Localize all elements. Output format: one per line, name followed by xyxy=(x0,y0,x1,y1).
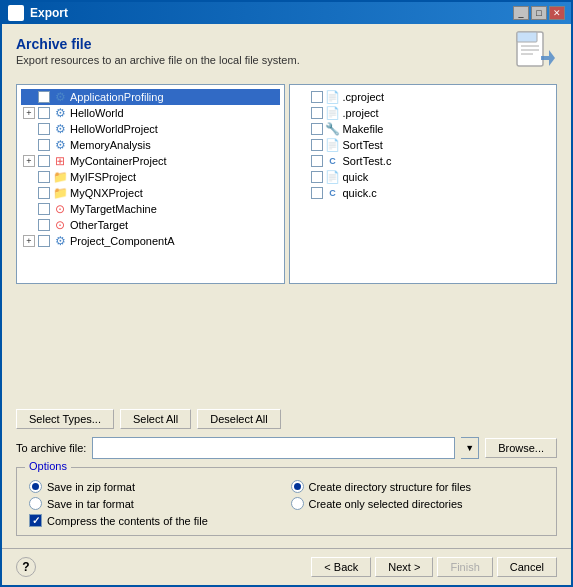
checkbox-my-qnx[interactable] xyxy=(38,187,50,199)
project-icon: ⚙ xyxy=(53,234,67,248)
checkbox-hello-world-project[interactable] xyxy=(38,123,50,135)
tree-item-quickc[interactable]: C quick.c xyxy=(294,185,553,201)
checkbox-cproject[interactable] xyxy=(311,91,323,103)
file-icon: 📄 xyxy=(326,106,340,120)
tree-item-quick[interactable]: 📄 quick xyxy=(294,169,553,185)
expand-icon[interactable]: + xyxy=(23,235,35,247)
export-icon xyxy=(509,28,557,76)
options-section: Options Save in zip format Create direct… xyxy=(16,467,557,536)
option-compress-label: Compress the contents of the file xyxy=(47,515,208,527)
tree-item-my-target[interactable]: ⊙ MyTargetMachine xyxy=(21,201,280,217)
folder-icon: 📁 xyxy=(53,170,67,184)
archive-row: To archive file: ▼ Browse... xyxy=(16,437,557,459)
checkbox-makefile[interactable] xyxy=(311,123,323,135)
cancel-button[interactable]: Cancel xyxy=(497,557,557,577)
radio-create-dir[interactable] xyxy=(291,480,304,493)
archive-input[interactable] xyxy=(92,437,455,459)
finish-button[interactable]: Finish xyxy=(437,557,492,577)
archive-label: To archive file: xyxy=(16,442,86,454)
window-icon: ⬡ xyxy=(8,5,24,21)
radio-tar[interactable] xyxy=(29,497,42,510)
checkbox-compress[interactable] xyxy=(29,514,42,527)
tree-item-project-component[interactable]: + ⚙ Project_ComponentA xyxy=(21,233,280,249)
project-icon: ⚙ xyxy=(53,90,67,104)
tree-item-my-ifs[interactable]: 📁 MyIFSProject xyxy=(21,169,280,185)
header-section: Archive file Export resources to an arch… xyxy=(16,36,557,76)
checkbox-my-ifs[interactable] xyxy=(38,171,50,183)
archive-dropdown[interactable]: ▼ xyxy=(461,437,479,459)
tree-item-hello-world-project[interactable]: ⚙ HelloWorldProject xyxy=(21,121,280,137)
option-selected-dirs-label: Create only selected directories xyxy=(309,498,463,510)
right-tree[interactable]: 📄 .cproject 📄 .project 🔧 Makefile xyxy=(289,84,558,284)
dialog-content: Archive file Export resources to an arch… xyxy=(2,24,571,548)
target-icon: ⊙ xyxy=(53,202,67,216)
checkbox-sorttestc[interactable] xyxy=(311,155,323,167)
expand-icon[interactable]: + xyxy=(23,107,35,119)
radio-zip[interactable] xyxy=(29,480,42,493)
tree-item-app-profiling[interactable]: ⚙ ApplicationProfiling xyxy=(21,89,280,105)
makefile-icon: 🔧 xyxy=(326,122,340,136)
container-icon: ⊞ xyxy=(53,154,67,168)
title-bar: ⬡ Export _ □ ✕ xyxy=(2,2,571,24)
file-icon: 📄 xyxy=(326,170,340,184)
target-icon: ⊙ xyxy=(53,218,67,232)
expand-icon[interactable]: + xyxy=(23,155,35,167)
project-icon: ⚙ xyxy=(53,106,67,120)
tree-item-sorttestc[interactable]: C SortTest.c xyxy=(294,153,553,169)
window-title: Export xyxy=(30,6,68,20)
c-file-icon: C xyxy=(326,186,340,200)
tree-button-row: Select Types... Select All Deselect All xyxy=(16,409,557,429)
checkbox-quick[interactable] xyxy=(311,171,323,183)
checkbox-sorttest[interactable] xyxy=(311,139,323,151)
tree-item-memory-analysis[interactable]: ⚙ MemoryAnalysis xyxy=(21,137,280,153)
close-button[interactable]: ✕ xyxy=(549,6,565,20)
checkbox-app-profiling[interactable] xyxy=(38,91,50,103)
select-types-button[interactable]: Select Types... xyxy=(16,409,114,429)
checkbox-other-target[interactable] xyxy=(38,219,50,231)
option-tar[interactable]: Save in tar format xyxy=(29,497,283,510)
checkbox-project-component[interactable] xyxy=(38,235,50,247)
back-button[interactable]: < Back xyxy=(311,557,371,577)
nav-buttons: < Back Next > Finish Cancel xyxy=(311,557,557,577)
option-tar-label: Save in tar format xyxy=(47,498,134,510)
select-all-button[interactable]: Select All xyxy=(120,409,191,429)
tree-item-other-target[interactable]: ⊙ OtherTarget xyxy=(21,217,280,233)
page-subtitle: Export resources to an archive file on t… xyxy=(16,54,300,66)
next-button[interactable]: Next > xyxy=(375,557,433,577)
option-compress[interactable]: Compress the contents of the file xyxy=(29,514,283,527)
tree-item-hello-world[interactable]: + ⚙ HelloWorld xyxy=(21,105,280,121)
file-icon: 📄 xyxy=(326,90,340,104)
export-dialog: ⬡ Export _ □ ✕ Archive file Export resou… xyxy=(0,0,573,587)
tree-item-sorttest[interactable]: 📄 SortTest xyxy=(294,137,553,153)
left-tree[interactable]: ⚙ ApplicationProfiling + ⚙ HelloWorld ⚙ … xyxy=(16,84,285,284)
checkbox-quickc[interactable] xyxy=(311,187,323,199)
page-title: Archive file xyxy=(16,36,300,52)
svg-rect-1 xyxy=(517,32,537,42)
file-icon: 📄 xyxy=(326,138,340,152)
checkbox-hello-world[interactable] xyxy=(38,107,50,119)
checkbox-project[interactable] xyxy=(311,107,323,119)
option-zip[interactable]: Save in zip format xyxy=(29,480,283,493)
checkbox-my-target[interactable] xyxy=(38,203,50,215)
tree-item-project[interactable]: 📄 .project xyxy=(294,105,553,121)
tree-panel: ⚙ ApplicationProfiling + ⚙ HelloWorld ⚙ … xyxy=(16,84,557,401)
tree-item-cproject[interactable]: 📄 .cproject xyxy=(294,89,553,105)
help-button[interactable]: ? xyxy=(16,557,36,577)
checkbox-my-container[interactable] xyxy=(38,155,50,167)
folder-icon: 📁 xyxy=(53,186,67,200)
checkbox-memory-analysis[interactable] xyxy=(38,139,50,151)
minimize-button[interactable]: _ xyxy=(513,6,529,20)
options-grid: Save in zip format Create directory stru… xyxy=(29,480,544,527)
option-selected-dirs[interactable]: Create only selected directories xyxy=(291,497,545,510)
radio-selected-dirs[interactable] xyxy=(291,497,304,510)
tree-item-my-container[interactable]: + ⊞ MyContainerProject xyxy=(21,153,280,169)
maximize-button[interactable]: □ xyxy=(531,6,547,20)
tree-item-makefile[interactable]: 🔧 Makefile xyxy=(294,121,553,137)
c-file-icon: C xyxy=(326,154,340,168)
option-create-dir[interactable]: Create directory structure for files xyxy=(291,480,545,493)
project-icon: ⚙ xyxy=(53,122,67,136)
tree-item-my-qnx[interactable]: 📁 MyQNXProject xyxy=(21,185,280,201)
browse-button[interactable]: Browse... xyxy=(485,438,557,458)
deselect-all-button[interactable]: Deselect All xyxy=(197,409,280,429)
project-icon: ⚙ xyxy=(53,138,67,152)
